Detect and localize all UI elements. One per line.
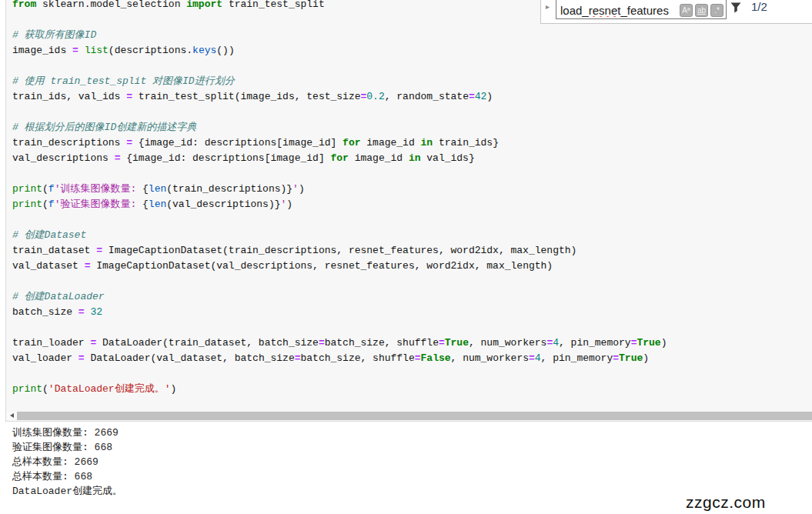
search-text-pre: load — [560, 4, 582, 17]
code-line: # 使用 train_test_split 对图像ID进行划分 — [12, 74, 812, 89]
code-line: batch_size = 32 — [12, 305, 812, 320]
whole-word-label: ab — [697, 6, 706, 15]
code-line: print(f'验证集图像数量: {len(val_descriptions)}… — [12, 197, 812, 212]
output-line: 训练集图像数量: 2669 — [12, 426, 122, 440]
search-toggles: Aª ab .* — [680, 4, 723, 17]
whole-word-button[interactable]: ab — [695, 4, 708, 17]
output-line: 总样本数量: 2669 — [12, 455, 122, 469]
match-case-button[interactable]: Aª — [680, 4, 693, 17]
scrollbar-thumb[interactable] — [17, 412, 812, 420]
filter-icon[interactable] — [730, 2, 741, 13]
regex-button[interactable]: .* — [710, 4, 723, 17]
code-line: # 创建DataLoader — [12, 289, 812, 305]
watermark: zzgcz.com — [686, 493, 766, 512]
scroll-left-arrow-icon[interactable] — [10, 413, 14, 418]
expand-replace-chevron-icon[interactable]: ▸ — [546, 3, 550, 11]
search-input[interactable]: load_resnet_features Aª ab .* — [556, 0, 727, 19]
match-count: 1/2 — [751, 0, 767, 13]
code-line: image_ids = list(descriptions.keys()) — [12, 43, 812, 58]
output-line: 总样本数量: 668 — [12, 469, 122, 484]
code-line: train_ids, val_ids = train_test_split(im… — [12, 89, 812, 105]
code-line — [12, 366, 812, 382]
output-line: DataLoader创建完成。 — [12, 484, 122, 499]
code-line: train_descriptions = {image_id: descript… — [12, 135, 812, 151]
code-line: val_dataset = ImageCaptionDataset(val_de… — [12, 259, 812, 274]
output-line: 验证集图像数量: 668 — [12, 440, 122, 455]
code-line: # 根据划分后的图像ID创建新的描述字典 — [12, 120, 812, 135]
code-line: train_dataset = ImageCaptionDataset(trai… — [12, 243, 812, 259]
code-lines: from sklearn.model_selection import trai… — [6, 0, 812, 412]
page: from sklearn.model_selection import trai… — [0, 0, 812, 514]
code-line: # 创建Dataset — [12, 228, 812, 243]
search-text-misspelled: _resnet_ — [582, 4, 627, 17]
code-line — [12, 274, 812, 289]
search-input-value: load_resnet_features — [560, 4, 678, 17]
find-widget: ▸ load_resnet_features Aª ab .* 1/2 — [540, 0, 812, 24]
code-line — [12, 105, 812, 120]
code-line — [12, 166, 812, 182]
code-line: # 获取所有图像ID — [12, 28, 812, 43]
code-line: print(f'训练集图像数量: {len(train_descriptions… — [12, 182, 812, 197]
search-text-post: features — [627, 4, 669, 17]
code-line: val_loader = DataLoader(val_dataset, bat… — [12, 351, 812, 366]
code-block: from sklearn.model_selection import trai… — [5, 0, 812, 422]
code-line — [12, 212, 812, 228]
code-line: train_loader = DataLoader(train_dataset,… — [12, 335, 812, 351]
code-line — [12, 320, 812, 335]
horizontal-scrollbar[interactable] — [6, 412, 812, 420]
code-line: print('DataLoader创建完成。') — [12, 382, 812, 397]
code-line — [12, 58, 812, 74]
code-line: val_descriptions = {image_id: descriptio… — [12, 151, 812, 166]
output-lines: 训练集图像数量: 2669验证集图像数量: 668总样本数量: 2669总样本数… — [12, 426, 122, 499]
